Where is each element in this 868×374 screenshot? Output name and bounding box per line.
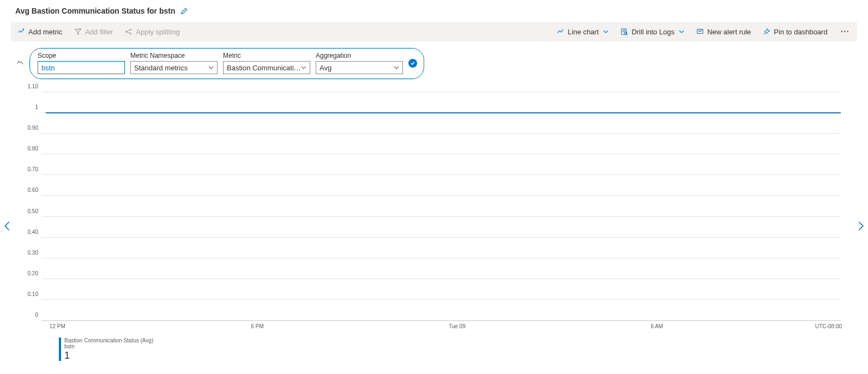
y-tick-label: 1 — [23, 104, 38, 110]
add-metric-button[interactable]: Add metric — [16, 26, 63, 38]
chart-container: 00.100.200.300.400.500.600.700.800.9011.… — [11, 92, 857, 361]
y-gridline — [41, 195, 841, 196]
new-alert-rule-label: New alert rule — [707, 28, 751, 36]
y-tick-label: 0.50 — [23, 208, 38, 214]
svg-line-13 — [626, 34, 628, 35]
add-filter-label: Add filter — [85, 28, 113, 36]
edit-icon[interactable] — [180, 7, 188, 15]
confirm-check-icon[interactable] — [408, 59, 417, 68]
namespace-value: Standard metrics — [134, 64, 188, 72]
svg-line-7 — [127, 30, 130, 31]
y-gridline — [41, 258, 841, 258]
apply-splitting-button[interactable]: Apply splitting — [124, 26, 180, 38]
legend-series-value: 1 — [64, 350, 153, 361]
chart-type-dropdown[interactable]: Line chart — [556, 26, 610, 38]
more-actions-button[interactable]: ··· — [839, 27, 852, 37]
y-gridline — [41, 320, 841, 321]
y-gridline — [41, 174, 841, 175]
x-tick-label: 6 AM — [650, 323, 663, 329]
drill-into-logs-label: Drill into Logs — [631, 28, 674, 36]
x-tick-label: Tue 09 — [449, 323, 466, 329]
y-gridline — [41, 237, 841, 238]
chevron-down-icon — [208, 65, 214, 70]
y-gridline — [41, 279, 841, 279]
apply-splitting-label: Apply splitting — [136, 28, 179, 36]
metric-select[interactable]: Bastion Communicatio... — [223, 61, 310, 74]
chevron-down-icon — [394, 65, 399, 70]
add-metric-label: Add metric — [28, 28, 62, 36]
metric-value: Bastion Communicatio... — [227, 64, 301, 72]
svg-point-6 — [130, 33, 131, 34]
chart-legend[interactable]: Bastion Communication Status (Avg) bstn … — [59, 337, 841, 361]
y-tick-label: 0.10 — [23, 291, 38, 297]
y-tick-label: 0.20 — [23, 270, 38, 276]
aggregation-label: Aggregation — [316, 52, 403, 59]
y-tick-label: 0.30 — [23, 249, 38, 255]
scope-select[interactable]: bstn — [38, 61, 125, 74]
x-axis: UTC-08:00 12 PM6 PMTue 096 AM — [41, 321, 841, 332]
y-tick-label: 0.70 — [23, 166, 38, 172]
chart-type-label: Line chart — [568, 28, 599, 36]
add-filter-button[interactable]: Add filter — [73, 26, 114, 38]
svg-line-8 — [127, 32, 130, 33]
y-tick-label: 0.60 — [23, 187, 38, 193]
y-tick-label: 0 — [23, 312, 38, 318]
svg-point-5 — [130, 29, 131, 30]
chevron-down-icon — [301, 65, 306, 70]
legend-series-sub: bstn — [64, 343, 153, 349]
chevron-down-icon — [679, 29, 684, 34]
drag-handle-icon[interactable] — [16, 59, 24, 68]
svg-point-4 — [126, 31, 127, 32]
page-title: Avg Bastion Communication Status for bst… — [15, 7, 176, 15]
y-gridline — [41, 299, 841, 300]
legend-series-name: Bastion Communication Status (Avg) — [64, 337, 153, 343]
scope-value: bstn — [41, 64, 55, 72]
metric-selector-pill: Scope bstn Metric Namespace Standard met… — [29, 48, 424, 79]
y-tick-label: 0.90 — [23, 125, 38, 131]
aggregation-select[interactable]: Avg — [316, 61, 403, 74]
namespace-label: Metric Namespace — [130, 52, 218, 59]
y-gridline — [41, 216, 841, 217]
scope-label: Scope — [38, 52, 125, 59]
new-alert-rule-button[interactable]: New alert rule — [695, 26, 752, 38]
metric-label: Metric — [223, 52, 310, 59]
namespace-select[interactable]: Standard metrics — [130, 61, 218, 74]
y-gridline — [41, 154, 841, 154]
series-line — [46, 112, 841, 113]
chart-next-button[interactable] — [857, 220, 865, 233]
timezone-label: UTC-08:00 — [815, 323, 842, 329]
x-tick-label: 12 PM — [50, 323, 65, 329]
aggregation-value: Avg — [320, 64, 331, 72]
chart-prev-button[interactable] — [3, 220, 11, 233]
svg-line-15 — [764, 33, 766, 35]
metrics-toolbar: Add metric Add filter Apply splitting Li… — [11, 22, 857, 41]
y-tick-label: 1.10 — [23, 83, 38, 89]
x-tick-label: 6 PM — [251, 323, 263, 329]
pin-to-dashboard-button[interactable]: Pin to dashboard — [762, 26, 828, 38]
y-gridline — [41, 92, 841, 92]
drill-into-logs-button[interactable]: Drill into Logs — [619, 26, 685, 38]
chevron-down-icon — [603, 29, 608, 34]
y-gridline — [41, 133, 841, 134]
y-tick-label: 0.80 — [23, 146, 38, 152]
y-tick-label: 0.40 — [23, 228, 38, 234]
plot-area[interactable]: 00.100.200.300.400.500.600.700.800.9011.… — [41, 92, 841, 321]
pin-to-dashboard-label: Pin to dashboard — [774, 28, 827, 36]
